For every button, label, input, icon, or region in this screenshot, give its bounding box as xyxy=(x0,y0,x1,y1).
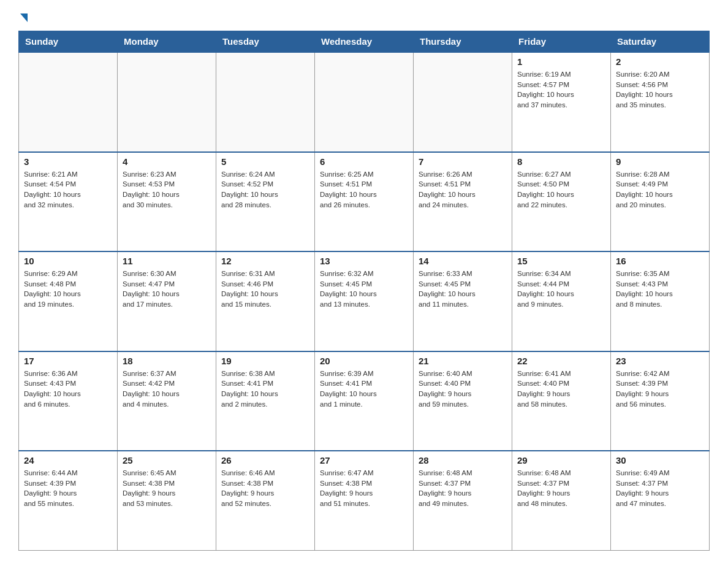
header xyxy=(18,12,710,20)
day-info: Sunrise: 6:49 AMSunset: 4:37 PMDaylight:… xyxy=(616,468,704,509)
calendar-cell xyxy=(414,52,512,152)
day-number: 1 xyxy=(517,56,605,67)
calendar-cell: 4Sunrise: 6:23 AMSunset: 4:53 PMDaylight… xyxy=(118,152,216,252)
calendar-cell: 9Sunrise: 6:28 AMSunset: 4:49 PMDaylight… xyxy=(611,152,710,252)
day-number: 26 xyxy=(221,455,309,465)
calendar-day-header: Saturday xyxy=(611,31,710,53)
day-number: 19 xyxy=(221,356,309,366)
calendar-cell: 2Sunrise: 6:20 AMSunset: 4:56 PMDaylight… xyxy=(611,52,710,152)
calendar-week-row: 24Sunrise: 6:44 AMSunset: 4:39 PMDayligh… xyxy=(19,451,710,551)
day-info: Sunrise: 6:23 AMSunset: 4:53 PMDaylight:… xyxy=(123,169,211,210)
day-info: Sunrise: 6:29 AMSunset: 4:48 PMDaylight:… xyxy=(24,269,112,310)
logo-top xyxy=(18,12,28,22)
day-info: Sunrise: 6:24 AMSunset: 4:52 PMDaylight:… xyxy=(221,169,309,210)
day-number: 15 xyxy=(517,256,605,266)
day-number: 13 xyxy=(320,256,408,266)
day-number: 22 xyxy=(517,356,605,366)
day-info: Sunrise: 6:47 AMSunset: 4:38 PMDaylight:… xyxy=(320,468,408,509)
calendar-day-header: Monday xyxy=(118,31,216,53)
day-number: 6 xyxy=(320,156,408,167)
calendar-cell: 14Sunrise: 6:33 AMSunset: 4:45 PMDayligh… xyxy=(414,251,512,351)
calendar-header-row: SundayMondayTuesdayWednesdayThursdayFrid… xyxy=(19,31,710,53)
day-info: Sunrise: 6:37 AMSunset: 4:42 PMDaylight:… xyxy=(123,369,211,410)
day-info: Sunrise: 6:26 AMSunset: 4:51 PMDaylight:… xyxy=(419,169,507,210)
calendar-cell: 15Sunrise: 6:34 AMSunset: 4:44 PMDayligh… xyxy=(512,251,611,351)
day-info: Sunrise: 6:30 AMSunset: 4:47 PMDaylight:… xyxy=(123,269,211,310)
day-info: Sunrise: 6:48 AMSunset: 4:37 PMDaylight:… xyxy=(517,468,605,509)
logo-arrow-icon xyxy=(20,13,28,22)
day-info: Sunrise: 6:39 AMSunset: 4:41 PMDaylight:… xyxy=(320,369,408,410)
calendar-week-row: 3Sunrise: 6:21 AMSunset: 4:54 PMDaylight… xyxy=(19,152,710,252)
calendar-day-header: Friday xyxy=(512,31,611,53)
page: SundayMondayTuesdayWednesdayThursdayFrid… xyxy=(0,0,728,563)
day-number: 20 xyxy=(320,356,408,366)
calendar-day-header: Wednesday xyxy=(315,31,414,53)
calendar-week-row: 17Sunrise: 6:36 AMSunset: 4:43 PMDayligh… xyxy=(19,351,710,451)
day-number: 18 xyxy=(123,356,211,366)
day-info: Sunrise: 6:40 AMSunset: 4:40 PMDaylight:… xyxy=(419,369,507,410)
calendar-cell: 10Sunrise: 6:29 AMSunset: 4:48 PMDayligh… xyxy=(19,251,118,351)
logo xyxy=(18,12,28,20)
calendar-cell: 6Sunrise: 6:25 AMSunset: 4:51 PMDaylight… xyxy=(315,152,414,252)
calendar-cell: 22Sunrise: 6:41 AMSunset: 4:40 PMDayligh… xyxy=(512,351,611,451)
day-info: Sunrise: 6:36 AMSunset: 4:43 PMDaylight:… xyxy=(24,369,112,410)
day-number: 17 xyxy=(24,356,112,366)
calendar-cell xyxy=(118,52,216,152)
calendar-day-header: Thursday xyxy=(414,31,512,53)
day-number: 24 xyxy=(24,455,112,465)
day-info: Sunrise: 6:27 AMSunset: 4:50 PMDaylight:… xyxy=(517,169,605,210)
calendar-cell: 7Sunrise: 6:26 AMSunset: 4:51 PMDaylight… xyxy=(414,152,512,252)
day-info: Sunrise: 6:38 AMSunset: 4:41 PMDaylight:… xyxy=(221,369,309,410)
calendar-cell: 12Sunrise: 6:31 AMSunset: 4:46 PMDayligh… xyxy=(216,251,315,351)
calendar-cell: 20Sunrise: 6:39 AMSunset: 4:41 PMDayligh… xyxy=(315,351,414,451)
day-info: Sunrise: 6:19 AMSunset: 4:57 PMDaylight:… xyxy=(517,69,605,110)
calendar-cell: 5Sunrise: 6:24 AMSunset: 4:52 PMDaylight… xyxy=(216,152,315,252)
day-info: Sunrise: 6:34 AMSunset: 4:44 PMDaylight:… xyxy=(517,269,605,310)
day-info: Sunrise: 6:31 AMSunset: 4:46 PMDaylight:… xyxy=(221,269,309,310)
day-number: 12 xyxy=(221,256,309,266)
day-info: Sunrise: 6:28 AMSunset: 4:49 PMDaylight:… xyxy=(616,169,704,210)
calendar-cell: 1Sunrise: 6:19 AMSunset: 4:57 PMDaylight… xyxy=(512,52,611,152)
calendar-cell: 13Sunrise: 6:32 AMSunset: 4:45 PMDayligh… xyxy=(315,251,414,351)
calendar-cell: 26Sunrise: 6:46 AMSunset: 4:38 PMDayligh… xyxy=(216,451,315,551)
day-info: Sunrise: 6:32 AMSunset: 4:45 PMDaylight:… xyxy=(320,269,408,310)
day-number: 14 xyxy=(419,256,507,266)
day-number: 27 xyxy=(320,455,408,465)
calendar-cell: 17Sunrise: 6:36 AMSunset: 4:43 PMDayligh… xyxy=(19,351,118,451)
calendar-cell: 23Sunrise: 6:42 AMSunset: 4:39 PMDayligh… xyxy=(611,351,710,451)
day-number: 4 xyxy=(123,156,211,167)
calendar-cell: 24Sunrise: 6:44 AMSunset: 4:39 PMDayligh… xyxy=(19,451,118,551)
calendar-week-row: 10Sunrise: 6:29 AMSunset: 4:48 PMDayligh… xyxy=(19,251,710,351)
day-info: Sunrise: 6:48 AMSunset: 4:37 PMDaylight:… xyxy=(419,468,507,509)
calendar-cell: 29Sunrise: 6:48 AMSunset: 4:37 PMDayligh… xyxy=(512,451,611,551)
day-number: 10 xyxy=(24,256,112,266)
day-info: Sunrise: 6:46 AMSunset: 4:38 PMDaylight:… xyxy=(221,468,309,509)
calendar-cell: 25Sunrise: 6:45 AMSunset: 4:38 PMDayligh… xyxy=(118,451,216,551)
day-info: Sunrise: 6:45 AMSunset: 4:38 PMDaylight:… xyxy=(123,468,211,509)
day-number: 21 xyxy=(419,356,507,366)
day-info: Sunrise: 6:21 AMSunset: 4:54 PMDaylight:… xyxy=(24,169,112,210)
day-number: 16 xyxy=(616,256,704,266)
day-info: Sunrise: 6:41 AMSunset: 4:40 PMDaylight:… xyxy=(517,369,605,410)
day-number: 30 xyxy=(616,455,704,465)
calendar-cell: 3Sunrise: 6:21 AMSunset: 4:54 PMDaylight… xyxy=(19,152,118,252)
calendar-cell: 21Sunrise: 6:40 AMSunset: 4:40 PMDayligh… xyxy=(414,351,512,451)
day-info: Sunrise: 6:33 AMSunset: 4:45 PMDaylight:… xyxy=(419,269,507,310)
calendar-week-row: 1Sunrise: 6:19 AMSunset: 4:57 PMDaylight… xyxy=(19,52,710,152)
day-number: 25 xyxy=(123,455,211,465)
calendar-cell: 27Sunrise: 6:47 AMSunset: 4:38 PMDayligh… xyxy=(315,451,414,551)
day-number: 5 xyxy=(221,156,309,167)
day-info: Sunrise: 6:20 AMSunset: 4:56 PMDaylight:… xyxy=(616,69,704,110)
calendar-cell: 8Sunrise: 6:27 AMSunset: 4:50 PMDaylight… xyxy=(512,152,611,252)
calendar-cell: 18Sunrise: 6:37 AMSunset: 4:42 PMDayligh… xyxy=(118,351,216,451)
day-number: 9 xyxy=(616,156,704,167)
calendar-cell: 19Sunrise: 6:38 AMSunset: 4:41 PMDayligh… xyxy=(216,351,315,451)
day-number: 2 xyxy=(616,56,704,67)
calendar-cell xyxy=(216,52,315,152)
calendar-cell: 11Sunrise: 6:30 AMSunset: 4:47 PMDayligh… xyxy=(118,251,216,351)
calendar-day-header: Sunday xyxy=(19,31,118,53)
day-number: 28 xyxy=(419,455,507,465)
day-info: Sunrise: 6:42 AMSunset: 4:39 PMDaylight:… xyxy=(616,369,704,410)
calendar-day-header: Tuesday xyxy=(216,31,315,53)
calendar-cell: 16Sunrise: 6:35 AMSunset: 4:43 PMDayligh… xyxy=(611,251,710,351)
